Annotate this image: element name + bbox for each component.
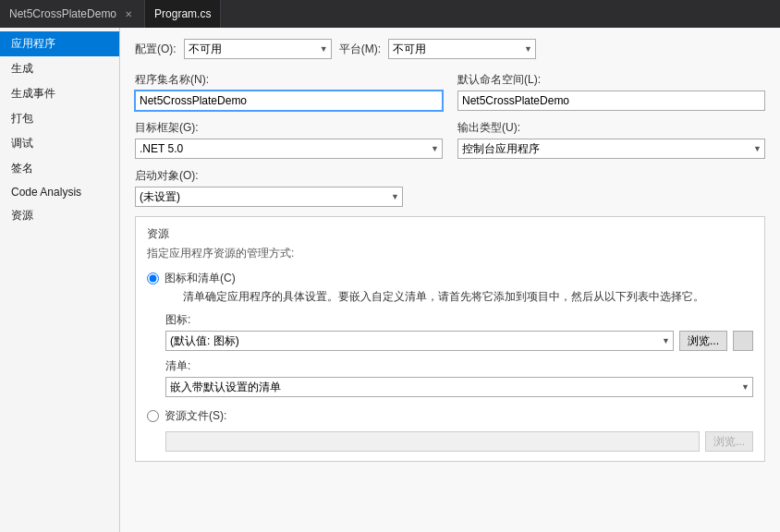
radio-resource-file: 资源文件(S): — [147, 408, 753, 424]
sidebar-item-signing[interactable]: 签名 — [0, 156, 119, 181]
sidebar-item-debug-label: 调试 — [11, 137, 33, 150]
target-framework-select-wrapper: .NET 5.0 ▼ — [135, 139, 443, 159]
radio-icon-manifest: 图标和清单(C) 清单确定应用程序的具体设置。要嵌入自定义清单，请首先将它添加到… — [147, 271, 753, 305]
config-label: 配置(O): — [135, 42, 177, 57]
default-namespace-group: 默认命名空间(L): — [457, 72, 765, 111]
manifest-select-wrapper: 嵌入带默认设置的清单 ▼ — [165, 377, 753, 397]
platform-label: 平台(M): — [339, 42, 381, 57]
target-framework-group: 目标框架(G): .NET 5.0 ▼ — [135, 120, 443, 159]
platform-select[interactable]: 不可用 — [388, 39, 536, 59]
icon-select[interactable]: (默认值: 图标) — [165, 331, 674, 351]
manifest-row: 清单: 嵌入带默认设置的清单 ▼ — [165, 358, 753, 397]
output-type-label: 输出类型(U): — [457, 120, 765, 136]
assembly-name-input[interactable] — [135, 91, 443, 111]
sidebar-item-build-label: 生成 — [11, 62, 33, 75]
config-row: 配置(O): 不可用 ▼ 平台(M): 不可用 ▼ — [135, 39, 765, 59]
radio-icon-manifest-input[interactable] — [147, 272, 159, 284]
sidebar-item-pack[interactable]: 打包 — [0, 106, 119, 131]
radio-icon-manifest-label: 图标和清单(C) — [165, 272, 236, 284]
manifest-label: 清单: — [165, 358, 753, 374]
sidebar: 应用程序 生成 生成事件 打包 调试 签名 Code Analysis 资源 — [0, 28, 120, 532]
sidebar-item-resources[interactable]: 资源 — [0, 203, 119, 228]
resource-file-browse-button: 浏览... — [705, 431, 753, 452]
sidebar-item-debug[interactable]: 调试 — [0, 131, 119, 156]
sidebar-item-signing-label: 签名 — [11, 162, 33, 175]
framework-output-row: 目标框架(G): .NET 5.0 ▼ 输出类型(U): 控制台应用程序 ▼ — [135, 120, 765, 159]
tab-project[interactable]: Net5CrossPlateDemo ✕ — [0, 0, 145, 28]
tab-bar: Net5CrossPlateDemo ✕ Program.cs — [0, 0, 221, 28]
startup-row: 启动对象(O): (未设置) ▼ — [135, 168, 765, 207]
resource-file-input — [165, 431, 700, 452]
platform-select-wrapper: 不可用 ▼ — [388, 39, 536, 59]
startup-obj-label: 启动对象(O): — [135, 168, 403, 184]
assembly-name-group: 程序集名称(N): — [135, 72, 443, 111]
assembly-namespace-row: 程序集名称(N): 默认命名空间(L): — [135, 72, 765, 111]
tab-project-close-icon[interactable]: ✕ — [122, 7, 135, 20]
resource-section-subtitle: 指定应用程序资源的管理方式: — [147, 246, 753, 261]
icon-row: 图标: (默认值: 图标) ▼ 浏览... — [165, 312, 753, 351]
startup-obj-select-wrapper: (未设置) ▼ — [135, 187, 403, 207]
default-namespace-label: 默认命名空间(L): — [457, 72, 765, 88]
output-type-group: 输出类型(U): 控制台应用程序 ▼ — [457, 120, 765, 159]
output-type-select-wrapper: 控制台应用程序 ▼ — [457, 139, 765, 159]
title-bar: Net5CrossPlateDemo ✕ Program.cs — [0, 0, 780, 28]
sidebar-item-build-events[interactable]: 生成事件 — [0, 81, 119, 106]
tab-program[interactable]: Program.cs — [145, 0, 221, 28]
sidebar-item-app[interactable]: 应用程序 — [0, 31, 119, 56]
target-framework-label: 目标框架(G): — [135, 120, 443, 136]
target-framework-select[interactable]: .NET 5.0 — [135, 139, 443, 159]
icon-preview — [733, 331, 753, 351]
config-select[interactable]: 不可用 — [184, 39, 332, 59]
startup-obj-group: 启动对象(O): (未设置) ▼ — [135, 168, 403, 207]
default-namespace-input[interactable] — [457, 91, 765, 111]
icon-select-row: (默认值: 图标) ▼ 浏览... — [165, 331, 753, 351]
radio-icon-manifest-desc: 清单确定应用程序的具体设置。要嵌入自定义清单，请首先将它添加到项目中，然后从以下… — [183, 288, 704, 305]
output-type-select[interactable]: 控制台应用程序 — [457, 139, 765, 159]
resource-section-title: 资源 — [147, 226, 753, 242]
sidebar-item-build[interactable]: 生成 — [0, 56, 119, 81]
radio-resource-file-input[interactable] — [147, 410, 159, 422]
resource-section: 资源 指定应用程序资源的管理方式: 图标和清单(C) 清单确定应用程序的具体设置… — [135, 216, 765, 462]
radio-resource-file-label: 资源文件(S): — [165, 408, 226, 424]
sidebar-item-code-analysis[interactable]: Code Analysis — [0, 181, 119, 203]
startup-obj-select[interactable]: (未设置) — [135, 187, 403, 207]
assembly-name-label: 程序集名称(N): — [135, 72, 443, 88]
sidebar-item-build-events-label: 生成事件 — [11, 87, 55, 100]
icon-label: 图标: — [165, 312, 753, 328]
sidebar-item-pack-label: 打包 — [11, 112, 33, 125]
main-layout: 应用程序 生成 生成事件 打包 调试 签名 Code Analysis 资源 配… — [0, 28, 780, 532]
tab-project-label: Net5CrossPlateDemo — [9, 7, 116, 20]
sidebar-item-code-analysis-label: Code Analysis — [11, 186, 81, 199]
manifest-select[interactable]: 嵌入带默认设置的清单 — [165, 377, 753, 397]
resource-file-row: 浏览... — [165, 431, 753, 452]
icon-browse-button[interactable]: 浏览... — [679, 331, 727, 351]
sidebar-item-app-label: 应用程序 — [11, 37, 55, 50]
icon-select-wrapper: (默认值: 图标) ▼ — [165, 331, 674, 351]
tab-program-label: Program.cs — [154, 7, 211, 20]
content-area: 配置(O): 不可用 ▼ 平台(M): 不可用 ▼ 程序集名称(N): — [120, 28, 780, 532]
sidebar-item-resources-label: 资源 — [11, 209, 33, 222]
config-select-wrapper: 不可用 ▼ — [184, 39, 332, 59]
